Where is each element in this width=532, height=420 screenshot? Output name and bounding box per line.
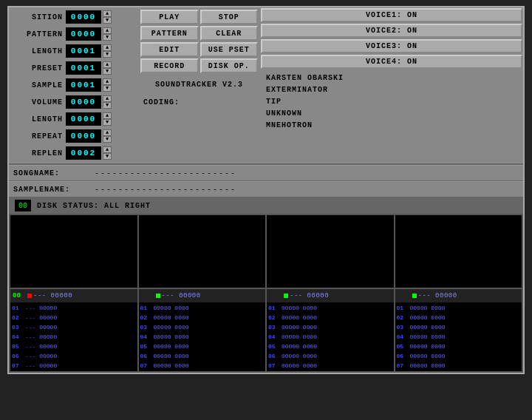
length2-row: LENGTH 0000 ▲ ▼ [10,111,137,127]
length-down[interactable]: ▼ [103,51,112,58]
upper-track-1 [10,215,137,288]
songname-value: ------------------------ [95,169,236,177]
record-button[interactable]: RECORD [140,58,199,73]
length2-down[interactable]: ▼ [103,119,112,126]
status-row: 00 DISK STATUS: ALL RIGHT [9,197,523,214]
track2-header-data: --- 00000 [162,292,201,299]
upper-track-3 [267,215,394,288]
repeat-value: 0000 [66,129,101,143]
edit-button[interactable]: EDIT [140,42,199,57]
length-up[interactable]: ▲ [103,44,112,51]
lower-tracks: 00 --- 00000 01--- 00000 02--- 00000 03-… [9,288,523,373]
soundtracker-label: SOUNDTRACKER V2.3 [155,81,243,89]
voice4-button[interactable]: VOICE4: ON [261,55,522,69]
upper-tracks [9,214,523,288]
track3-header-data: --- 00000 [290,292,329,299]
replen-label: REPLEN [10,149,66,158]
length-label: LENGTH [10,47,66,55]
volume-label: VOLUME [10,98,66,106]
volume-down[interactable]: ▼ [103,102,112,109]
track4-indicator [412,294,417,298]
repeat-label: REPEAT [10,132,66,140]
left-controls: SITION 0000 ▲ ▼ PATTERN 0000 ▲ ▼ LENGTH … [9,7,138,163]
right-panel: VOICE1: ON VOICE2: ON VOICE3: ON VOICE4:… [260,7,523,163]
upper-track-2 [139,215,266,288]
replen-down[interactable]: ▼ [103,153,112,160]
preset-up[interactable]: ▲ [103,61,112,68]
upper-track-4 [395,215,522,288]
length2-value: 0000 [66,112,101,126]
button-panel: PLAY STOP PATTERN CLEAR EDIT USE PSET RE… [138,7,260,163]
track-col-2: --- 00000 0100000 0000 0200000 0000 0300… [139,289,266,371]
pattern-btn[interactable]: PATTERN [140,26,199,41]
track-col-4: --- 00000 0100000 0000 0200000 0000 0300… [395,289,522,371]
pattern-row: PATTERN 0000 ▲ ▼ [10,26,137,42]
main-container: SITION 0000 ▲ ▼ PATTERN 0000 ▲ ▼ LENGTH … [7,6,525,374]
sample-arrows: ▲ ▼ [103,78,112,92]
track-col-1: 00 --- 00000 01--- 00000 02--- 00000 03-… [10,289,137,371]
replen-up[interactable]: ▲ [103,146,112,153]
clear-button[interactable]: CLEAR [200,26,259,41]
track2-indicator [156,294,160,298]
track-col-3: --- 00000 0100000 0000 0200000 0000 0300… [267,289,394,371]
pattern-label: PATTERN [10,30,66,38]
pattern-arrows: ▲ ▼ [103,27,112,41]
sample-down[interactable]: ▼ [103,85,112,92]
volume-arrows: ▲ ▼ [103,95,112,109]
sample-up[interactable]: ▲ [103,78,112,85]
repeat-arrows: ▲ ▼ [103,129,112,143]
play-button[interactable]: PLAY [140,10,199,24]
status-text: DISK STATUS: ALL RIGHT [37,202,151,210]
pattern-up[interactable]: ▲ [103,27,112,34]
volume-row: VOLUME 0000 ▲ ▼ [10,94,137,110]
track3-rows: 0100000 0000 0200000 0000 0300000 0000 0… [267,302,394,371]
repeat-down[interactable]: ▼ [103,136,112,143]
status-num: 00 [15,200,31,211]
track1-rows: 01--- 00000 02--- 00000 03--- 00000 04--… [10,302,137,371]
track1-indicator [27,294,32,298]
sition-value: 0000 [66,10,101,24]
length-value: 0001 [66,44,101,58]
sample-label: SAMPLE [10,81,66,89]
credit-2: EXTERMINATOR [266,84,517,96]
preset-row: PRESET 0001 ▲ ▼ [10,60,137,76]
disk-op-button[interactable]: DISK OP. [200,58,259,73]
top-panel: SITION 0000 ▲ ▼ PATTERN 0000 ▲ ▼ LENGTH … [9,7,523,165]
samplename-label: SAMPLENAME: [13,186,95,194]
track1-header-data: --- 00000 [33,292,72,299]
sample-value: 0001 [66,78,101,92]
preset-value: 0001 [66,61,101,75]
replen-value: 0002 [66,146,101,160]
track1-num: 00 [13,292,26,299]
length-row: LENGTH 0001 ▲ ▼ [10,43,137,59]
sample-row: SAMPLE 0001 ▲ ▼ [10,77,137,93]
pattern-down[interactable]: ▼ [103,34,112,41]
credit-4: UNKNOWN [266,108,517,120]
sition-label: SITION [10,13,66,21]
length-arrows: ▲ ▼ [103,44,112,58]
credits-panel: KARSTEN OBARSKI EXTERMINATOR TIP UNKNOWN… [260,70,523,135]
use-pset-button[interactable]: USE PSET [200,42,259,57]
repeat-row: REPEAT 0000 ▲ ▼ [10,128,137,144]
repeat-up[interactable]: ▲ [103,129,112,136]
track3-indicator [284,294,288,298]
voice3-button[interactable]: VOICE3: ON [261,39,522,53]
track4-header-data: --- 00000 [418,292,457,299]
length2-up[interactable]: ▲ [103,112,112,119]
track2-rows: 0100000 0000 0200000 0000 0300000 0000 0… [139,302,266,371]
voice2-button[interactable]: VOICE2: ON [261,24,522,38]
samplename-row: SAMPLENAME: ------------------------ [9,181,523,197]
credit-3: TIP [266,96,517,108]
credit-5: MNEHOTRON [266,120,517,132]
songname-label: SONGNAME: [13,169,95,177]
volume-up[interactable]: ▲ [103,95,112,102]
sition-down[interactable]: ▼ [103,17,112,24]
voice1-button[interactable]: VOICE1: ON [261,8,522,22]
sition-up[interactable]: ▲ [103,10,112,17]
credit-1: KARSTEN OBARSKI [266,72,517,84]
track4-rows: 0100000 0000 0200000 0000 0300000 0000 0… [395,302,522,371]
preset-down[interactable]: ▼ [103,68,112,75]
coding-label: CODING: [143,98,180,106]
sition-arrows: ▲ ▼ [103,10,112,24]
stop-button[interactable]: STOP [200,10,259,24]
